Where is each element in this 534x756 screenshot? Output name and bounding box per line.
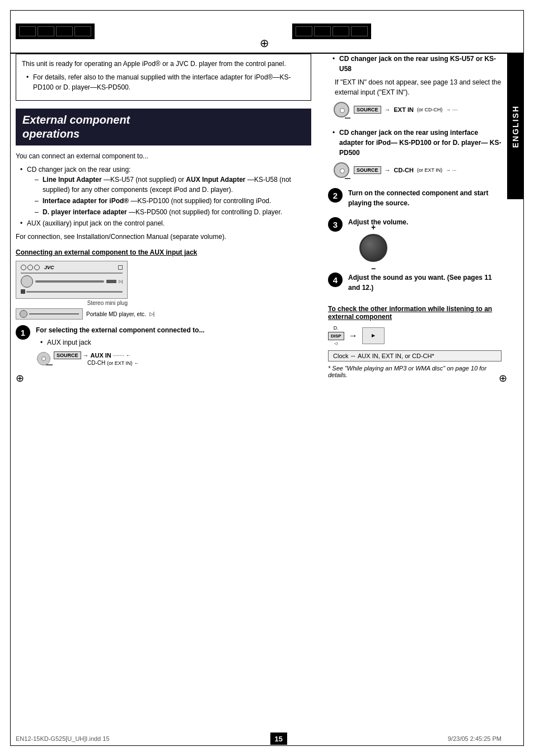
connecting-header: Connecting an external component to the … [16, 248, 311, 256]
sub-bullet-2: Interface adapter for iPod® —KS-PD100 (n… [35, 196, 311, 206]
intro-text: This unit is ready for operating an Appl… [22, 59, 305, 69]
connection-note: For connection, see Installation/Connect… [16, 232, 311, 242]
sub-bullet-1: Line Input Adapter —KS-U57 (not supplied… [35, 175, 311, 195]
cd-rear-note: If "EXT IN" does not appear, see page 13… [328, 77, 502, 97]
step-4: 4 Adjust the sound as you want. (See pag… [328, 273, 502, 296]
bullet-cd: CD changer jack on the rear using: Line … [20, 165, 311, 217]
clock-bar: Clock ↔ AUX IN, EXT IN, or CD-CH* [328, 350, 502, 361]
page-number: 15 [270, 732, 287, 745]
ext-in-diagram: SOURCE → EXT IN (or CD-CH) → ···· [332, 101, 502, 119]
step-3-content: Adjust the volume. + − [348, 217, 502, 267]
cd-ch-right-label: CD-CH [394, 167, 414, 173]
cd-ch-diagram: SOURCE → CD-CH (or EXT IN) → ··· [332, 161, 502, 179]
step-2-content: Turn on the connected component and star… [348, 188, 502, 212]
or-cd-ch: (or CD-CH) [417, 107, 443, 112]
step-1-bullets: AUX input jack [36, 337, 311, 348]
step-2: 2 Turn on the connected component and st… [328, 188, 502, 212]
cd-ch-label: CD-CH [87, 360, 105, 366]
header-left [10, 10, 247, 54]
page-header [10, 10, 524, 54]
section-header: External component operations [16, 109, 311, 145]
volume-knob: + − [354, 231, 393, 265]
knob-minus: − [371, 264, 376, 273]
step-2-circle: 2 [328, 188, 343, 203]
step-3-circle: 3 [328, 217, 343, 232]
or-ext-in-label: (or EXT IN) [107, 360, 132, 366]
cd-interface-header-item: CD changer jack on the rear using interf… [332, 128, 502, 158]
header-center [247, 10, 281, 54]
ext-in-label: EXT IN [394, 106, 414, 113]
portable-label: Portable MD player, etc. [86, 311, 146, 317]
page-footer: EN12-15KD-G525[U_UH]I.indd 15 15 9/23/05… [16, 732, 502, 745]
cd-rear-header-item: CD changer jack on the rear using KS-U57… [332, 54, 502, 74]
cd-rear-bullets: CD changer jack on the rear using KS-U57… [328, 54, 502, 74]
device-diagram: JVC ▷| Stereo mini plug [16, 261, 311, 320]
header-right [281, 10, 524, 54]
cd-interface-bullets: CD changer jack on the rear using interf… [328, 128, 502, 158]
info-header: To check the other information while lis… [328, 305, 502, 321]
step-1-bullet-aux: AUX input jack [40, 337, 311, 348]
step-4-text: Adjust the sound as you want. (See pages… [348, 273, 502, 293]
cd-interface-section: CD changer jack on the rear using interf… [328, 128, 502, 179]
sub-bullet-3: D. player interface adapter —KS-PD500 (n… [35, 207, 311, 217]
body-intro: You can connect an external component to… [16, 151, 311, 161]
step-4-circle: 4 [328, 273, 343, 287]
main-content: This unit is ready for operating an Appl… [16, 54, 502, 735]
step-4-content: Adjust the sound as you want. (See pages… [348, 273, 502, 296]
aux-in-label: AUX IN [91, 352, 111, 359]
right-column: CD changer jack on the rear using KS-U57… [328, 54, 502, 735]
header-bar-right [292, 24, 371, 39]
bullet-aux: AUX (auxiliary) input jack on the contro… [20, 218, 311, 228]
footer-date: 9/23/05 2:45:25 PM [448, 735, 502, 742]
main-bullet-list: CD changer jack on the rear using: Line … [16, 165, 311, 228]
info-section: To check the other information while lis… [328, 305, 502, 378]
or-ext-in-right: (or EXT IN) [417, 167, 442, 173]
step-1-header: For selecting the external component con… [36, 325, 311, 335]
left-column: This unit is ready for operating an Appl… [16, 54, 317, 735]
intro-box: This unit is ready for operating an Appl… [16, 54, 311, 101]
section-title: External component operations [22, 113, 305, 141]
step-3: 3 Adjust the volume. + − [328, 217, 502, 267]
aux-in-diagram: SOURCE → AUX IN ········ ← CD-CH (or EXT… [36, 351, 311, 367]
step-1-content: For selecting the external component con… [36, 325, 311, 368]
language-label: ENGLISH [511, 105, 520, 148]
footnote: * See "While playing an MP3 or WMA disc"… [328, 365, 502, 378]
step-1-circle: 1 [16, 325, 30, 340]
step-2-text: Turn on the connected component and star… [348, 188, 502, 208]
cd-rear-section: CD changer jack on the rear using KS-U57… [328, 54, 502, 119]
language-sidebar: ENGLISH [507, 54, 524, 199]
knob-plus: + [371, 223, 376, 232]
crosshair-icon [258, 37, 270, 49]
step-1: 1 For selecting the external component c… [16, 325, 311, 368]
disp-diagram: D. DISP ◁· → ▶ [328, 325, 502, 346]
intro-bullet: For details, refer also to the manual su… [26, 72, 305, 92]
sub-bullet-list: Line Input Adapter —KS-U57 (not supplied… [27, 175, 311, 217]
footer-file: EN12-15KD-G525[U_UH]I.indd 15 [16, 735, 110, 742]
stereo-label: Stereo mini plug [87, 300, 128, 306]
header-bar-left [16, 24, 95, 39]
